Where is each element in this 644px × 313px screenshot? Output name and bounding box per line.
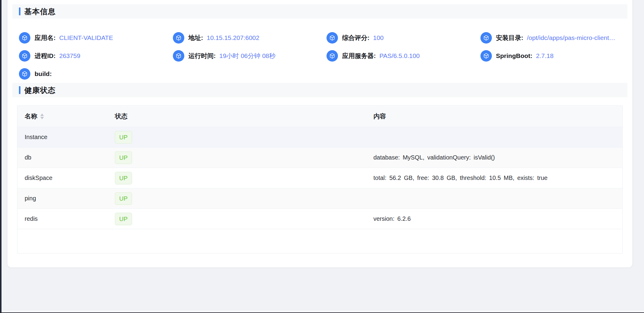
cube-icon bbox=[480, 32, 492, 44]
sort-carets-icon[interactable] bbox=[40, 114, 44, 119]
sort-descending-icon[interactable] bbox=[40, 117, 44, 119]
status-badge: UP bbox=[115, 172, 132, 184]
cube-icon bbox=[19, 68, 30, 80]
info-label: 应用服务器: bbox=[342, 52, 376, 60]
info-item-uptime: 运行时间: 19小时 06分钟 08秒 bbox=[166, 47, 320, 65]
cube-icon bbox=[327, 50, 338, 62]
column-header-content: 内容 bbox=[368, 112, 622, 120]
info-label: 地址: bbox=[189, 34, 203, 42]
info-label: 应用名: bbox=[35, 34, 56, 42]
column-header-name[interactable]: 名称 bbox=[17, 112, 112, 120]
table-row-instance[interactable]: Instance UP bbox=[17, 127, 622, 147]
table-row-diskspace[interactable]: diskSpace UP total: 56.2 GB, free: 30.8 … bbox=[17, 168, 622, 188]
info-label: build: bbox=[35, 70, 52, 77]
cube-icon bbox=[480, 50, 492, 62]
status-badge: UP bbox=[115, 192, 132, 205]
info-label: 综合评分: bbox=[342, 34, 370, 42]
basic-info-grid: 应用名: CLIENT-VALIDATE 地址: 10.15.15.207:60… bbox=[12, 29, 627, 83]
app-detail-card: 基本信息 应用名: CLIENT-VALIDATE 地址: 10.15.15.2… bbox=[8, 0, 632, 267]
table-row-ping[interactable]: ping UP bbox=[17, 188, 622, 208]
info-value: 2.7.18 bbox=[536, 52, 554, 59]
info-item-app-server: 应用服务器: PAS/6.5.0.100 bbox=[320, 47, 474, 65]
title-accent-bar bbox=[19, 8, 20, 15]
info-value: 10.15.15.207:6002 bbox=[207, 34, 259, 41]
health-status-titlebar: 健康状态 bbox=[12, 83, 627, 97]
info-value-truncated[interactable]: /opt/idc/apps/pas-micro-client… bbox=[527, 34, 615, 41]
info-value: 263759 bbox=[59, 52, 80, 59]
sort-ascending-icon[interactable] bbox=[40, 114, 44, 116]
info-label: 进程ID: bbox=[35, 52, 56, 60]
info-item-build: build: bbox=[12, 65, 166, 83]
horizontal-scrollbar-track[interactable] bbox=[2, 310, 644, 312]
app-monitor-page: { "basic": { "title": "基本信息", "items": [… bbox=[0, 0, 644, 313]
health-status-title: 健康状态 bbox=[24, 85, 56, 95]
table-row-db[interactable]: db UP database: MySQL, validationQuery: … bbox=[17, 147, 622, 168]
info-value: 100 bbox=[373, 34, 384, 41]
cube-icon bbox=[19, 50, 30, 62]
info-item-app-name: 应用名: CLIENT-VALIDATE bbox=[12, 29, 166, 47]
info-label: 运行时间: bbox=[189, 52, 216, 60]
info-label: SpringBoot: bbox=[496, 52, 532, 59]
column-header-status: 状态 bbox=[112, 112, 368, 120]
info-item-address: 地址: 10.15.15.207:6002 bbox=[166, 29, 320, 47]
info-item-score: 综合评分: 100 bbox=[320, 29, 474, 47]
cube-icon bbox=[173, 50, 184, 62]
info-item-springboot: SpringBoot: 2.7.18 bbox=[474, 47, 628, 65]
collapsed-sidebar-edge bbox=[0, 0, 2, 313]
info-value: 19小时 06分钟 08秒 bbox=[219, 52, 276, 60]
status-badge: UP bbox=[115, 213, 132, 225]
cube-icon bbox=[327, 32, 338, 44]
basic-info-title: 基本信息 bbox=[24, 7, 56, 17]
table-row-redis[interactable]: redis UP version: 6.2.6 bbox=[17, 208, 622, 229]
table-empty-area bbox=[17, 229, 622, 253]
basic-info-titlebar: 基本信息 bbox=[12, 4, 627, 19]
cube-icon bbox=[173, 32, 184, 44]
cube-icon bbox=[19, 32, 30, 44]
info-label: 安装目录: bbox=[496, 34, 523, 42]
title-accent-bar bbox=[19, 86, 20, 94]
health-status-table: 名称 状态 内容 Instance UP db UP database: MyS… bbox=[17, 105, 623, 254]
info-value: PAS/6.5.0.100 bbox=[379, 52, 420, 59]
status-badge: UP bbox=[115, 131, 132, 144]
info-item-install-dir: 安装目录: /opt/idc/apps/pas-micro-client… bbox=[474, 29, 628, 47]
info-item-pid: 进程ID: 263759 bbox=[12, 47, 166, 65]
table-header-row: 名称 状态 内容 bbox=[17, 106, 622, 127]
status-badge: UP bbox=[115, 151, 132, 164]
info-value: CLIENT-VALIDATE bbox=[59, 34, 113, 41]
